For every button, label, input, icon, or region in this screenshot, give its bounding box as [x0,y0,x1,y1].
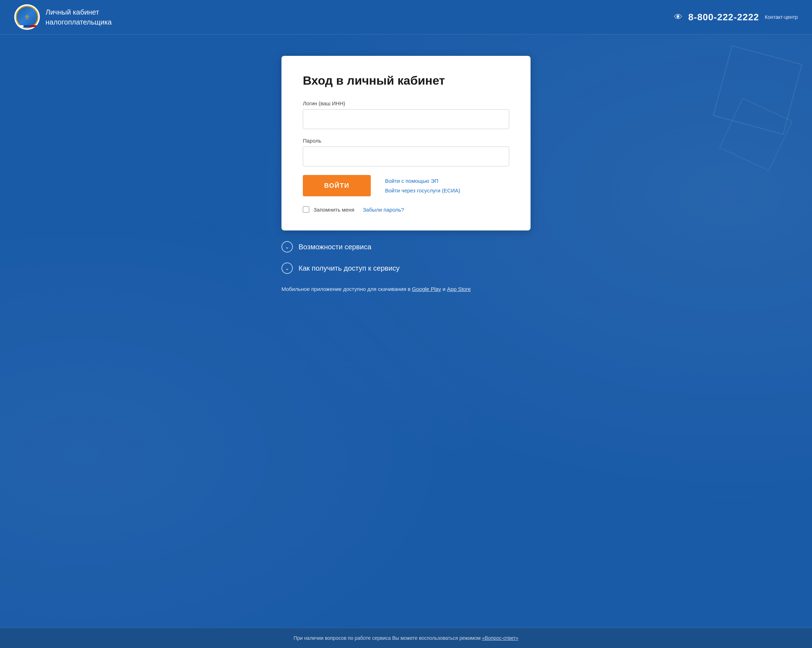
faq-link[interactable]: «Вопрос-ответ» [482,635,518,641]
remember-row: Запомнить меня Забыли пароль? [303,206,509,213]
login-input[interactable] [303,109,509,129]
password-label: Пароль [303,138,509,144]
site-title: Личный кабинет налогоплательщика [46,7,112,27]
header-right: 👁 8-800-222-2222 Контакт-центр [674,12,798,23]
forgot-password-link[interactable]: Забыли пароль? [363,207,404,213]
accessibility-icon[interactable]: 👁 [674,12,682,22]
login-label: Логин (ваш ИНН) [303,100,509,106]
mobile-app-middle: и [441,286,447,292]
mobile-app-section: Мобильное приложение доступно для скачив… [281,286,531,292]
app-store-link[interactable]: App Store [447,286,471,292]
accordion-item-1[interactable]: ⌄ Возможности сервиса [281,236,531,258]
remember-me-checkbox[interactable] [303,206,309,213]
password-field-group: Пароль [303,138,509,166]
page-header: ⚜ Личный кабинет налогоплательщика 👁 8-8… [0,0,812,35]
footer-text: При наличии вопросов по работе сервиса В… [14,635,798,641]
accordion-label-2: Как получить доступ к сервису [299,264,400,273]
chevron-down-icon-1: ⌄ [281,241,293,253]
accordion-section: ⌄ Возможности сервиса ⌄ Как получить дос… [281,236,531,279]
contact-center-label[interactable]: Контакт-центр [765,14,798,20]
logo: ⚜ [14,4,40,30]
login-title: Вход в личный кабинет [303,74,509,87]
ep-login-link[interactable]: Войти с помощью ЭП [385,178,460,184]
gosuslugi-login-link[interactable]: Войти через госуслуги (ЕСИА) [385,188,460,194]
alt-login-options: Войти с помощью ЭП Войти через госуслуги… [385,175,460,194]
accordion-label-1: Возможности сервиса [299,243,371,251]
phone-number: 8-800-222-2222 [688,12,759,23]
footer-text-prefix: При наличии вопросов по работе сервиса В… [293,635,482,641]
remember-me-label: Запомнить меня [313,207,354,213]
form-actions: ВОЙТИ Войти с помощью ЭП Войти через гос… [303,175,509,196]
login-button[interactable]: ВОЙТИ [303,175,371,196]
login-card: Вход в личный кабинет Логин (ваш ИНН) Па… [281,56,531,230]
eagle-icon: ⚜ [24,14,30,21]
main-content: Вход в личный кабинет Логин (ваш ИНН) Па… [0,35,812,628]
password-input[interactable] [303,146,509,166]
header-left: ⚜ Личный кабинет налогоплательщика [14,4,112,30]
google-play-link[interactable]: Google Play [412,286,441,292]
page-footer: При наличии вопросов по работе сервиса В… [0,628,812,648]
chevron-down-icon-2: ⌄ [281,262,293,274]
mobile-app-prefix: Мобильное приложение доступно для скачив… [281,286,412,292]
accordion-item-2[interactable]: ⌄ Как получить доступ к сервису [281,258,531,279]
login-field-group: Логин (ваш ИНН) [303,100,509,129]
